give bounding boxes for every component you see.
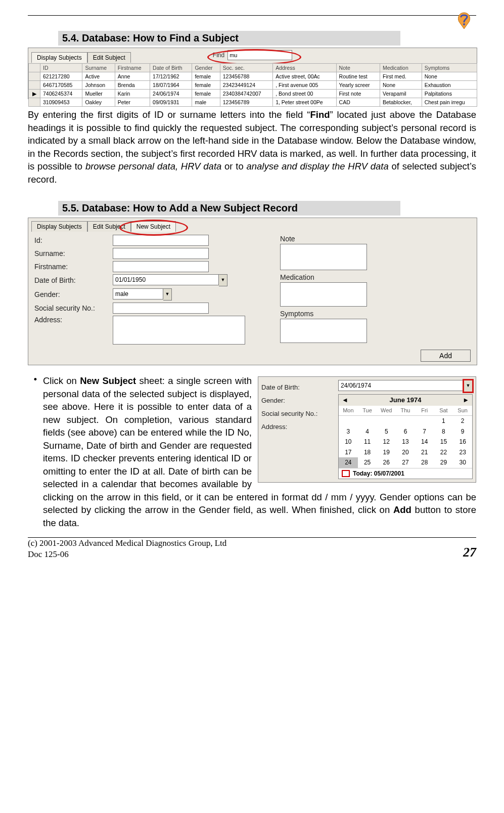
id-field[interactable] xyxy=(113,235,209,246)
bullet-icon: • xyxy=(28,374,43,529)
gender-field[interactable] xyxy=(113,288,163,299)
calendar-screenshot: Date of Birth: Gender: Social security N… xyxy=(258,376,476,483)
note-label: Note xyxy=(280,235,471,243)
calendar-popup[interactable]: ◄ June 1974 ► Mon Tue Wed Thu Fri Sat Su… xyxy=(338,394,473,479)
dob-label: Date of Birth: xyxy=(261,381,317,394)
paragraph-5-4: By entering the first digits of ID or su… xyxy=(28,108,476,186)
section-5-5-heading: 5.5. Database: How to Add a New Subject … xyxy=(58,201,400,216)
calendar-next-icon[interactable]: ► xyxy=(463,396,469,405)
dob-dropdown-button-highlighted[interactable]: ▼ xyxy=(464,380,473,392)
surname-field[interactable] xyxy=(113,248,209,259)
surname-label: Surname: xyxy=(34,249,113,258)
paragraph-5-5-bullet: Date of Birth: Gender: Social security N… xyxy=(43,374,476,529)
note-field[interactable] xyxy=(280,244,367,270)
footer-copyright: (c) 2001-2003 Advanced Medical Diagnosti… xyxy=(28,538,226,549)
table-row: 6467170585 Johnson Brenda 18/07/1964 fem… xyxy=(29,81,477,90)
tab-new-subject[interactable]: New Subject xyxy=(131,221,176,232)
address-label: Address: xyxy=(261,420,317,434)
tab-display-subjects[interactable]: Display Subjects xyxy=(31,221,87,232)
new-subject-screenshot: Display Subjects Edit Subject New Subjec… xyxy=(28,218,477,365)
calendar-prev-icon[interactable]: ◄ xyxy=(342,396,348,405)
ssn-label: Social security No.: xyxy=(34,304,113,312)
today-marker-icon xyxy=(342,470,350,477)
company-logo-icon xyxy=(452,8,476,32)
dob-field[interactable] xyxy=(113,274,219,285)
medication-label: Medication xyxy=(280,273,471,281)
svg-point-0 xyxy=(463,23,465,25)
symptoms-field[interactable] xyxy=(280,319,367,343)
gender-dropdown-icon[interactable]: ▼ xyxy=(163,288,172,301)
ssn-field[interactable] xyxy=(113,303,209,314)
dob-label: Date of Birth: xyxy=(34,276,113,284)
symptoms-label: Symptoms xyxy=(280,310,471,318)
table-row: 310909453 Oakley Peter 09/09/1931 male 1… xyxy=(29,98,477,107)
today-label[interactable]: Today: 05/07/2001 xyxy=(353,469,404,478)
firstname-label: Firstname: xyxy=(34,263,113,271)
tab-edit-subject[interactable]: Edit Subject xyxy=(87,52,131,63)
footer-doc-id: Doc 125-06 xyxy=(28,549,226,560)
dob-dropdown-icon[interactable]: ▼ xyxy=(219,274,227,286)
dob-value[interactable]: 24/06/1974 xyxy=(338,380,464,391)
database-find-screenshot: Display Subjects Edit Subject Find ID Su… xyxy=(28,48,477,99)
section-5-4-heading: 5.4. Database: How to Find a Subject xyxy=(58,31,400,46)
gender-label: Gender: xyxy=(34,290,113,298)
page-number: 27 xyxy=(463,545,476,560)
ssn-label: Social security No.: xyxy=(261,407,317,420)
find-label: Find xyxy=(213,52,224,59)
calendar-selected-day[interactable]: 24 xyxy=(339,457,358,468)
firstname-field[interactable] xyxy=(113,261,209,272)
id-label: Id: xyxy=(34,236,113,244)
tab-edit-subject[interactable]: Edit Subject xyxy=(87,221,131,232)
address-field[interactable] xyxy=(113,316,245,345)
table-row: ▶ 7406245374 Mueller Karin 24/06/1974 fe… xyxy=(29,90,477,98)
calendar-month-title: June 1974 xyxy=(390,396,422,405)
add-button[interactable]: Add xyxy=(421,350,471,362)
tab-display-subjects[interactable]: Display Subjects xyxy=(31,52,87,63)
find-input[interactable] xyxy=(227,50,292,60)
address-label: Address: xyxy=(34,316,113,324)
medication-field[interactable] xyxy=(280,282,367,307)
table-row: 621217280 Active Anne 17/12/1962 female … xyxy=(29,72,477,81)
gender-label: Gender: xyxy=(261,394,317,407)
